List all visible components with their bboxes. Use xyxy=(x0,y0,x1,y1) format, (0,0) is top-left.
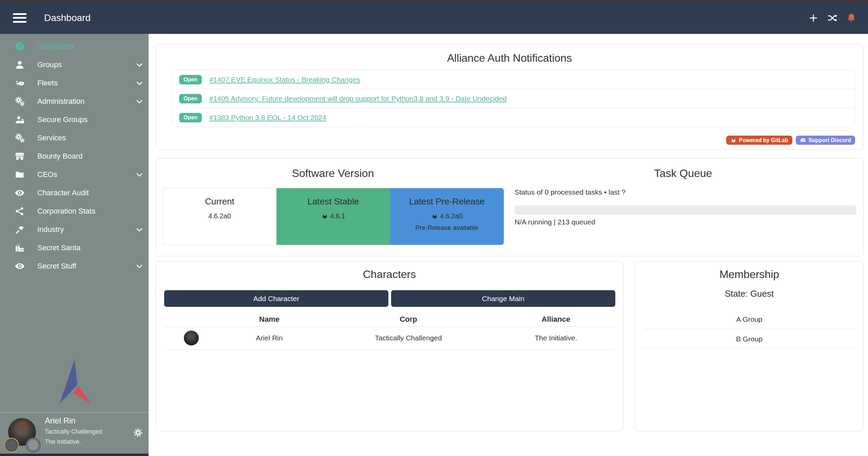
version-box-label: Latest Stable xyxy=(276,196,390,207)
sidebar-item-label: Groups xyxy=(37,60,135,69)
notifications-bell-icon[interactable] xyxy=(846,13,856,23)
sidebar-item-secret-stuff[interactable]: Secret Stuff xyxy=(0,257,149,275)
sidebar-item-label: CEOs xyxy=(37,170,135,179)
membership-title: Membership xyxy=(635,268,863,281)
sidebar-item-label: Character Audit xyxy=(37,189,144,197)
version-box-label: Current xyxy=(163,196,276,207)
version-stable-box: Latest Stable 4.6.1 xyxy=(276,188,390,245)
character-portrait xyxy=(184,331,199,345)
group-item: B Group xyxy=(643,329,855,349)
software-version-panel: Software Version Current 4.6.2a0 Latest … xyxy=(155,158,864,256)
notification-link[interactable]: #1407 EVE Equinox Status - Breaking Chan… xyxy=(209,76,360,84)
character-alliance: The Initiative. xyxy=(497,334,615,342)
task-queue-status: Status of 0 processed tasks • last ? xyxy=(515,188,625,196)
support-discord-badge[interactable]: Support Discord xyxy=(796,136,855,145)
sidebar-nav: Dashboard Groups Fleets xyxy=(0,37,149,275)
sidebar-item-industry[interactable]: Industry xyxy=(0,220,149,239)
change-main-button[interactable]: Change Main xyxy=(391,290,615,307)
menu-toggle-button[interactable] xyxy=(13,13,26,23)
column-header-corp: Corp xyxy=(320,315,497,324)
column-header-name: Name xyxy=(218,315,320,324)
version-box-label: Latest Pre-Release xyxy=(390,196,504,207)
gitlab-icon xyxy=(431,213,438,220)
version-boxes: Current 4.6.2a0 Latest Stable 4.6.1 Late… xyxy=(162,188,504,245)
gears-icon xyxy=(12,133,27,143)
alliance-auth-dashboard: Dashboard xyxy=(0,0,868,456)
rocket-icon xyxy=(12,78,27,88)
user-settings-gear-icon[interactable] xyxy=(133,428,143,438)
characters-table-header: Name Corp Alliance xyxy=(164,312,615,327)
column-header-alliance: Alliance xyxy=(497,315,615,324)
membership-state: State: Guest xyxy=(635,289,863,299)
chevron-down-icon xyxy=(135,60,144,69)
sidebar-item-character-audit[interactable]: Character Audit xyxy=(0,184,149,202)
character-name: Ariel Rin xyxy=(218,334,320,342)
chevron-down-icon xyxy=(135,79,144,87)
chevron-down-icon xyxy=(135,97,144,106)
sidebar-item-secure-groups[interactable]: Secure Groups xyxy=(0,111,149,129)
membership-groups-list: A Group B Group xyxy=(643,310,855,349)
sidebar-item-label: Industry xyxy=(37,225,135,234)
notifications-list: Open #1407 EVE Equinox Status - Breaking… xyxy=(172,70,855,127)
characters-table: Name Corp Alliance Ariel Rin Tactically … xyxy=(164,312,615,350)
status-badge: Open xyxy=(179,75,202,84)
sidebar-item-administration[interactable]: Administration xyxy=(0,92,149,111)
store-icon xyxy=(12,151,27,161)
discord-icon xyxy=(800,137,806,143)
badge-label: Support Discord xyxy=(809,137,851,143)
gitlab-icon xyxy=(321,213,328,220)
sidebar-item-bounty-board[interactable]: Bounty Board xyxy=(0,147,149,165)
software-version-title: Software Version xyxy=(162,167,503,180)
character-row: Ariel Rin Tactically Challenged The Init… xyxy=(164,327,615,350)
sidebar-item-fleets[interactable]: Fleets xyxy=(0,74,149,92)
sidebar-item-corporation-stats[interactable]: Corporation Stats xyxy=(0,202,149,220)
group-item: A Group xyxy=(643,310,855,329)
sidebar-bottom-strip xyxy=(0,454,149,456)
corp-logo xyxy=(4,438,19,453)
sidebar-item-label: Corporation Stats xyxy=(37,207,144,216)
gears-icon xyxy=(12,96,27,106)
notification-link[interactable]: #1405 Advisory: Future development will … xyxy=(209,95,507,103)
user-panel: Ariel Rin Tactically Challenged The Init… xyxy=(0,413,149,454)
chevron-down-icon xyxy=(135,262,144,271)
add-character-button[interactable]: Add Character xyxy=(164,290,388,307)
sidebar-item-ceos[interactable]: CEOs xyxy=(0,165,149,184)
tachometer-icon xyxy=(12,41,27,52)
sidebar-item-groups[interactable]: Groups xyxy=(0,56,149,74)
user-name: Ariel Rin xyxy=(45,416,76,425)
notifications-title: Alliance Auth Notifications xyxy=(156,52,863,64)
sidebar-item-label: Administration xyxy=(37,97,135,106)
sidebar-item-label: Secure Groups xyxy=(37,115,144,124)
status-badge: Open xyxy=(179,113,202,122)
shuffle-icon[interactable] xyxy=(827,13,837,23)
gifts-icon xyxy=(12,243,27,253)
membership-panel: Membership State: Guest A Group B Group xyxy=(635,261,864,431)
notification-link[interactable]: #1383 Python 3.8 EOL - 14 Oct 2024 xyxy=(209,114,326,122)
sidebar-item-secret-santa[interactable]: Secret Santa xyxy=(0,239,149,257)
task-queue-progressbar xyxy=(515,205,856,215)
sidebar-item-label: Secret Stuff xyxy=(37,262,135,271)
sidebar-item-label: Dashboard xyxy=(37,42,144,51)
page-title: Dashboard xyxy=(44,13,91,23)
prerelease-note: Pre-Release available xyxy=(390,224,504,232)
notification-row: Open #1407 EVE Equinox Status - Breaking… xyxy=(172,70,855,89)
version-current-box: Current 4.6.2a0 xyxy=(163,188,276,245)
eye-icon xyxy=(12,188,27,198)
notification-row: Open #1383 Python 3.8 EOL - 14 Oct 2024 xyxy=(172,108,855,127)
sidebar-item-services[interactable]: Services xyxy=(0,129,149,147)
notifications-panel: Alliance Auth Notifications Open #1407 E… xyxy=(155,44,864,150)
hammer-icon xyxy=(12,224,27,235)
alliance-logo xyxy=(26,438,41,453)
version-value: 4.6.2a0 xyxy=(440,212,463,220)
eye-icon xyxy=(12,261,27,271)
version-prerelease-box: Latest Pre-Release 4.6.2a0 Pre-Release a… xyxy=(390,188,504,245)
status-badge: Open xyxy=(179,94,202,103)
add-icon[interactable] xyxy=(808,13,818,23)
characters-title: Characters xyxy=(156,268,623,281)
task-queue-title: Task Queue xyxy=(510,167,856,180)
alliance-auth-logo xyxy=(53,359,97,406)
powered-by-gitlab-badge[interactable]: Powered by GitLab xyxy=(726,136,792,145)
share-nodes-icon xyxy=(12,206,27,216)
main-content: Alliance Auth Notifications Open #1407 E… xyxy=(149,34,868,456)
sidebar-item-dashboard[interactable]: Dashboard xyxy=(0,37,149,56)
